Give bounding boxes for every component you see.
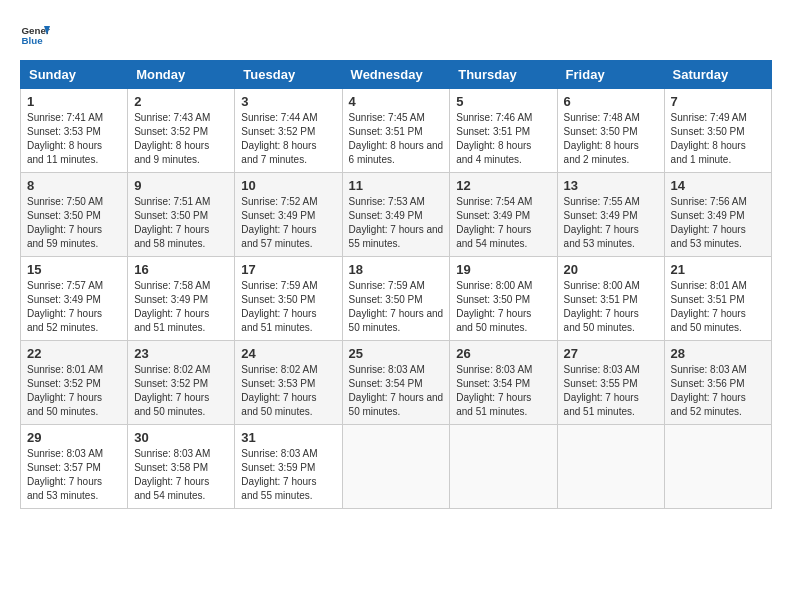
day-number: 24: [241, 346, 335, 361]
day-number: 2: [134, 94, 228, 109]
day-number: 31: [241, 430, 335, 445]
day-number: 18: [349, 262, 444, 277]
day-detail: Sunrise: 7:57 AM Sunset: 3:49 PM Dayligh…: [27, 279, 121, 335]
calendar-table: SundayMondayTuesdayWednesdayThursdayFrid…: [20, 60, 772, 509]
calendar-cell: 24 Sunrise: 8:02 AM Sunset: 3:53 PM Dayl…: [235, 341, 342, 425]
header-saturday: Saturday: [664, 61, 771, 89]
day-number: 5: [456, 94, 550, 109]
calendar-cell: 17 Sunrise: 7:59 AM Sunset: 3:50 PM Dayl…: [235, 257, 342, 341]
day-number: 8: [27, 178, 121, 193]
day-detail: Sunrise: 7:56 AM Sunset: 3:49 PM Dayligh…: [671, 195, 765, 251]
day-detail: Sunrise: 7:43 AM Sunset: 3:52 PM Dayligh…: [134, 111, 228, 167]
day-number: 25: [349, 346, 444, 361]
calendar-cell: 13 Sunrise: 7:55 AM Sunset: 3:49 PM Dayl…: [557, 173, 664, 257]
day-number: 20: [564, 262, 658, 277]
calendar-cell: 10 Sunrise: 7:52 AM Sunset: 3:49 PM Dayl…: [235, 173, 342, 257]
day-number: 27: [564, 346, 658, 361]
day-detail: Sunrise: 7:48 AM Sunset: 3:50 PM Dayligh…: [564, 111, 658, 167]
page-header: General Blue: [20, 20, 772, 50]
calendar-cell: 16 Sunrise: 7:58 AM Sunset: 3:49 PM Dayl…: [128, 257, 235, 341]
calendar-week-2: 8 Sunrise: 7:50 AM Sunset: 3:50 PM Dayli…: [21, 173, 772, 257]
calendar-header-row: SundayMondayTuesdayWednesdayThursdayFrid…: [21, 61, 772, 89]
day-detail: Sunrise: 7:46 AM Sunset: 3:51 PM Dayligh…: [456, 111, 550, 167]
calendar-cell: 26 Sunrise: 8:03 AM Sunset: 3:54 PM Dayl…: [450, 341, 557, 425]
calendar-cell: 29 Sunrise: 8:03 AM Sunset: 3:57 PM Dayl…: [21, 425, 128, 509]
day-number: 1: [27, 94, 121, 109]
day-detail: Sunrise: 7:44 AM Sunset: 3:52 PM Dayligh…: [241, 111, 335, 167]
day-number: 19: [456, 262, 550, 277]
calendar-cell: 4 Sunrise: 7:45 AM Sunset: 3:51 PM Dayli…: [342, 89, 450, 173]
calendar-cell: 7 Sunrise: 7:49 AM Sunset: 3:50 PM Dayli…: [664, 89, 771, 173]
calendar-cell: 5 Sunrise: 7:46 AM Sunset: 3:51 PM Dayli…: [450, 89, 557, 173]
calendar-cell: 14 Sunrise: 7:56 AM Sunset: 3:49 PM Dayl…: [664, 173, 771, 257]
day-detail: Sunrise: 7:53 AM Sunset: 3:49 PM Dayligh…: [349, 195, 444, 251]
calendar-cell: [664, 425, 771, 509]
header-friday: Friday: [557, 61, 664, 89]
day-number: 15: [27, 262, 121, 277]
calendar-cell: 21 Sunrise: 8:01 AM Sunset: 3:51 PM Dayl…: [664, 257, 771, 341]
day-number: 16: [134, 262, 228, 277]
calendar-week-1: 1 Sunrise: 7:41 AM Sunset: 3:53 PM Dayli…: [21, 89, 772, 173]
day-number: 10: [241, 178, 335, 193]
day-detail: Sunrise: 7:59 AM Sunset: 3:50 PM Dayligh…: [349, 279, 444, 335]
calendar-cell: 22 Sunrise: 8:01 AM Sunset: 3:52 PM Dayl…: [21, 341, 128, 425]
calendar-cell: 1 Sunrise: 7:41 AM Sunset: 3:53 PM Dayli…: [21, 89, 128, 173]
calendar-cell: 11 Sunrise: 7:53 AM Sunset: 3:49 PM Dayl…: [342, 173, 450, 257]
calendar-cell: 18 Sunrise: 7:59 AM Sunset: 3:50 PM Dayl…: [342, 257, 450, 341]
calendar-cell: 30 Sunrise: 8:03 AM Sunset: 3:58 PM Dayl…: [128, 425, 235, 509]
calendar-cell: 2 Sunrise: 7:43 AM Sunset: 3:52 PM Dayli…: [128, 89, 235, 173]
calendar-cell: 31 Sunrise: 8:03 AM Sunset: 3:59 PM Dayl…: [235, 425, 342, 509]
day-detail: Sunrise: 8:01 AM Sunset: 3:52 PM Dayligh…: [27, 363, 121, 419]
day-number: 26: [456, 346, 550, 361]
day-detail: Sunrise: 8:02 AM Sunset: 3:53 PM Dayligh…: [241, 363, 335, 419]
day-number: 17: [241, 262, 335, 277]
day-number: 23: [134, 346, 228, 361]
calendar-week-4: 22 Sunrise: 8:01 AM Sunset: 3:52 PM Dayl…: [21, 341, 772, 425]
day-detail: Sunrise: 8:03 AM Sunset: 3:59 PM Dayligh…: [241, 447, 335, 503]
calendar-cell: 28 Sunrise: 8:03 AM Sunset: 3:56 PM Dayl…: [664, 341, 771, 425]
calendar-cell: 19 Sunrise: 8:00 AM Sunset: 3:50 PM Dayl…: [450, 257, 557, 341]
day-detail: Sunrise: 7:59 AM Sunset: 3:50 PM Dayligh…: [241, 279, 335, 335]
calendar-cell: 15 Sunrise: 7:57 AM Sunset: 3:49 PM Dayl…: [21, 257, 128, 341]
day-number: 12: [456, 178, 550, 193]
calendar-cell: 3 Sunrise: 7:44 AM Sunset: 3:52 PM Dayli…: [235, 89, 342, 173]
day-detail: Sunrise: 7:51 AM Sunset: 3:50 PM Dayligh…: [134, 195, 228, 251]
day-detail: Sunrise: 8:03 AM Sunset: 3:55 PM Dayligh…: [564, 363, 658, 419]
calendar-week-3: 15 Sunrise: 7:57 AM Sunset: 3:49 PM Dayl…: [21, 257, 772, 341]
day-number: 21: [671, 262, 765, 277]
calendar-cell: 9 Sunrise: 7:51 AM Sunset: 3:50 PM Dayli…: [128, 173, 235, 257]
header-tuesday: Tuesday: [235, 61, 342, 89]
calendar-cell: 27 Sunrise: 8:03 AM Sunset: 3:55 PM Dayl…: [557, 341, 664, 425]
day-number: 22: [27, 346, 121, 361]
day-number: 7: [671, 94, 765, 109]
day-number: 14: [671, 178, 765, 193]
calendar-cell: 8 Sunrise: 7:50 AM Sunset: 3:50 PM Dayli…: [21, 173, 128, 257]
day-number: 30: [134, 430, 228, 445]
day-detail: Sunrise: 8:00 AM Sunset: 3:51 PM Dayligh…: [564, 279, 658, 335]
day-number: 4: [349, 94, 444, 109]
day-detail: Sunrise: 7:54 AM Sunset: 3:49 PM Dayligh…: [456, 195, 550, 251]
calendar-cell: 25 Sunrise: 8:03 AM Sunset: 3:54 PM Dayl…: [342, 341, 450, 425]
day-detail: Sunrise: 8:01 AM Sunset: 3:51 PM Dayligh…: [671, 279, 765, 335]
day-detail: Sunrise: 8:03 AM Sunset: 3:56 PM Dayligh…: [671, 363, 765, 419]
day-detail: Sunrise: 7:52 AM Sunset: 3:49 PM Dayligh…: [241, 195, 335, 251]
calendar-cell: 20 Sunrise: 8:00 AM Sunset: 3:51 PM Dayl…: [557, 257, 664, 341]
day-number: 6: [564, 94, 658, 109]
day-detail: Sunrise: 7:50 AM Sunset: 3:50 PM Dayligh…: [27, 195, 121, 251]
day-detail: Sunrise: 8:00 AM Sunset: 3:50 PM Dayligh…: [456, 279, 550, 335]
day-number: 28: [671, 346, 765, 361]
header-thursday: Thursday: [450, 61, 557, 89]
day-detail: Sunrise: 7:58 AM Sunset: 3:49 PM Dayligh…: [134, 279, 228, 335]
calendar-week-5: 29 Sunrise: 8:03 AM Sunset: 3:57 PM Dayl…: [21, 425, 772, 509]
calendar-cell: 6 Sunrise: 7:48 AM Sunset: 3:50 PM Dayli…: [557, 89, 664, 173]
day-detail: Sunrise: 7:55 AM Sunset: 3:49 PM Dayligh…: [564, 195, 658, 251]
calendar-cell: [450, 425, 557, 509]
day-number: 13: [564, 178, 658, 193]
day-detail: Sunrise: 8:03 AM Sunset: 3:58 PM Dayligh…: [134, 447, 228, 503]
day-detail: Sunrise: 7:49 AM Sunset: 3:50 PM Dayligh…: [671, 111, 765, 167]
day-detail: Sunrise: 8:03 AM Sunset: 3:57 PM Dayligh…: [27, 447, 121, 503]
calendar-cell: [342, 425, 450, 509]
logo: General Blue: [20, 20, 50, 50]
day-detail: Sunrise: 7:45 AM Sunset: 3:51 PM Dayligh…: [349, 111, 444, 167]
header-monday: Monday: [128, 61, 235, 89]
